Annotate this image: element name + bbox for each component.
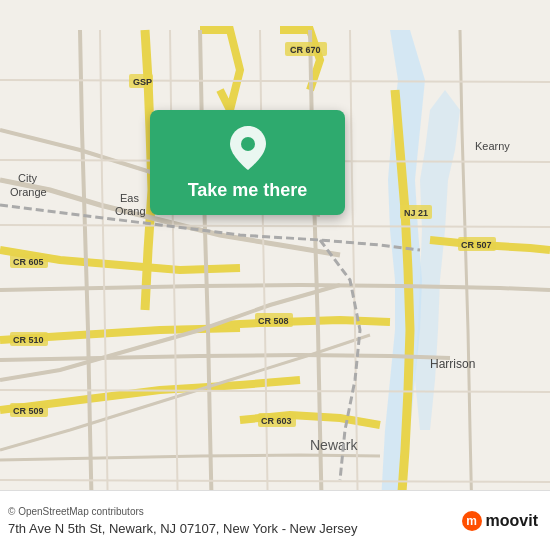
moovit-logo: m moovit	[462, 511, 538, 531]
svg-point-28	[241, 137, 255, 151]
svg-text:CR 605: CR 605	[13, 257, 44, 267]
svg-text:CR 510: CR 510	[13, 335, 44, 345]
svg-text:CR 508: CR 508	[258, 316, 289, 326]
svg-text:Orang: Orang	[115, 205, 146, 217]
svg-text:NJ 21: NJ 21	[404, 208, 428, 218]
svg-text:Kearny: Kearny	[475, 140, 510, 152]
moovit-text: moovit	[486, 512, 538, 530]
bottom-bar: © OpenStreetMap contributors 7th Ave N 5…	[0, 490, 550, 550]
svg-text:Orange: Orange	[10, 186, 47, 198]
bottom-left-content: © OpenStreetMap contributors 7th Ave N 5…	[8, 506, 357, 536]
location-card: Take me there	[150, 110, 345, 215]
svg-text:Harrison: Harrison	[430, 357, 475, 371]
address-text: 7th Ave N 5th St, Newark, NJ 07107, New …	[8, 521, 357, 536]
osm-credit: © OpenStreetMap contributors	[8, 506, 357, 517]
svg-text:CR 670: CR 670	[290, 45, 321, 55]
map-svg: CR 670 CR 670 GSP GSP NJ 21 CR 605 CR 50…	[0, 0, 550, 550]
svg-text:City: City	[18, 172, 37, 184]
svg-text:CR 509: CR 509	[13, 406, 44, 416]
moovit-dot: m	[462, 511, 482, 531]
take-me-there-button[interactable]: Take me there	[188, 180, 308, 201]
svg-text:CR 603: CR 603	[261, 416, 292, 426]
map-pin-icon	[230, 126, 266, 170]
svg-text:Newark: Newark	[310, 437, 358, 453]
svg-text:Eas: Eas	[120, 192, 139, 204]
app-container: CR 670 CR 670 GSP GSP NJ 21 CR 605 CR 50…	[0, 0, 550, 550]
svg-text:GSP: GSP	[133, 77, 152, 87]
svg-text:CR 507: CR 507	[461, 240, 492, 250]
map-background: CR 670 CR 670 GSP GSP NJ 21 CR 605 CR 50…	[0, 0, 550, 550]
